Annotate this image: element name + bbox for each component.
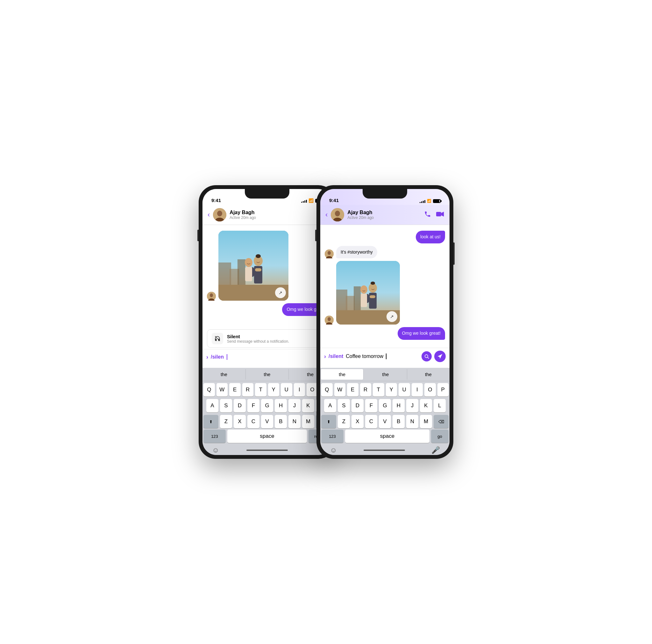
cursor-1 [227, 354, 227, 360]
input-bar-1: › /silen [202, 349, 332, 365]
key-h-2[interactable]: H [392, 399, 405, 412]
mic-icon-2[interactable]: 🎤 [431, 446, 440, 454]
home-indicator-2 [363, 450, 405, 451]
key-f-1[interactable]: F [247, 399, 260, 412]
key-e-1[interactable]: E [229, 383, 241, 396]
contact-info-2: Ajay Bagh Active 20m ago [347, 210, 421, 220]
back-button-1[interactable]: ‹ [208, 211, 210, 219]
silent-desc-1: Send message without a notification. [227, 339, 323, 344]
chat-header-1: ‹ Ajay Bagh Active 20m ago [202, 205, 332, 225]
key-k-1[interactable]: K [302, 399, 314, 412]
key-l-2[interactable]: L [434, 399, 446, 412]
key-x-1[interactable]: X [234, 415, 246, 428]
num-key-2[interactable]: 123 [321, 429, 344, 443]
key-v-2[interactable]: V [379, 415, 391, 428]
key-r-2[interactable]: R [360, 383, 372, 396]
key-k-2[interactable]: K [420, 399, 432, 412]
avatar-img-1 [213, 208, 226, 221]
svg-rect-38 [369, 293, 377, 309]
key-t-1[interactable]: T [255, 383, 267, 396]
phone-call-icon-2[interactable] [424, 211, 431, 219]
keyboard-suggestions-1: the the the [202, 368, 332, 381]
key-i-2[interactable]: I [412, 383, 423, 396]
key-c-1[interactable]: C [247, 415, 260, 428]
space-key-2[interactable]: space [345, 429, 430, 443]
contact-name-2: Ajay Bagh [347, 210, 421, 216]
go-key-2[interactable]: go [431, 429, 449, 443]
key-z-2[interactable]: Z [338, 415, 350, 428]
slash-cmd-2: /silent [329, 354, 343, 359]
key-n-1[interactable]: N [289, 415, 301, 428]
key-g-2[interactable]: G [379, 399, 391, 412]
shift-key-2[interactable]: ⬆ [321, 415, 336, 428]
key-u-1[interactable]: U [281, 383, 292, 396]
notch-1 [245, 189, 290, 199]
key-a-1[interactable]: A [206, 399, 218, 412]
key-row-2-1: Q W E R T Y U I O P [321, 383, 449, 396]
avatar-2 [331, 208, 344, 221]
send-button-2[interactable] [434, 351, 446, 362]
suggestion-1-1[interactable]: the [202, 369, 246, 380]
shift-key-1[interactable]: ⬆ [203, 415, 218, 428]
suggestion-1-2[interactable]: the [246, 369, 289, 380]
key-e-2[interactable]: E [347, 383, 358, 396]
key-g-1[interactable]: G [261, 399, 273, 412]
video-call-icon-2[interactable] [436, 211, 444, 219]
key-h-1[interactable]: H [275, 399, 287, 412]
backspace-key-2[interactable]: ⌫ [434, 415, 449, 428]
key-w-2[interactable]: W [334, 383, 346, 396]
back-button-2[interactable]: ‹ [325, 211, 328, 219]
svg-point-27 [328, 251, 331, 255]
key-q-2[interactable]: Q [321, 383, 333, 396]
key-n-2[interactable]: N [406, 415, 418, 428]
svg-point-30 [328, 317, 331, 321]
space-key-1[interactable]: space [227, 429, 307, 443]
key-z-1[interactable]: Z [220, 415, 232, 428]
key-m-1[interactable]: M [302, 415, 314, 428]
key-t-2[interactable]: T [373, 383, 384, 396]
cursor-2 [386, 354, 386, 359]
svg-point-11 [256, 254, 261, 258]
key-r-1[interactable]: R [242, 383, 254, 396]
key-v-1[interactable]: V [261, 415, 273, 428]
wifi-icon-2: 📶 [427, 199, 431, 203]
share-button-2[interactable]: ↗ [386, 311, 397, 322]
key-m-2[interactable]: M [420, 415, 432, 428]
key-s-2[interactable]: S [338, 399, 350, 412]
suggestion-2-3[interactable]: the [407, 369, 450, 380]
key-q-1[interactable]: Q [203, 383, 215, 396]
key-a-2[interactable]: A [324, 399, 336, 412]
svg-rect-33 [336, 289, 347, 313]
sent-top-bubble-2: look at us! [416, 231, 445, 244]
key-y-2[interactable]: Y [386, 383, 397, 396]
key-b-2[interactable]: B [392, 415, 405, 428]
search-button-2[interactable] [422, 351, 432, 361]
key-b-1[interactable]: B [275, 415, 287, 428]
key-i-1[interactable]: I [294, 383, 305, 396]
sent-top-row-2: look at us! [325, 231, 445, 244]
chat-header-2: ‹ Ajay Bagh Active 20m ago [320, 205, 450, 225]
sent-message-row-1: Omg we look grea [207, 303, 327, 316]
key-u-2[interactable]: U [399, 383, 410, 396]
num-key-1[interactable]: 123 [203, 429, 226, 443]
suggestion-2-1[interactable]: the [321, 369, 363, 380]
key-j-1[interactable]: J [289, 399, 301, 412]
key-s-1[interactable]: S [220, 399, 232, 412]
key-c-2[interactable]: C [365, 415, 377, 428]
key-p-2[interactable]: P [437, 383, 449, 396]
key-o-2[interactable]: O [424, 383, 436, 396]
silent-suggestion-1[interactable]: Silent Send message without a notificati… [207, 329, 327, 348]
key-d-1[interactable]: D [234, 399, 246, 412]
key-f-2[interactable]: F [365, 399, 377, 412]
status-icons-2: 📶 [419, 199, 441, 203]
emoji-icon-1[interactable]: ☺ [212, 446, 219, 454]
share-button-1[interactable]: ↗ [275, 287, 286, 298]
silent-icon-1 [212, 333, 223, 344]
emoji-icon-2[interactable]: ☺ [330, 446, 337, 454]
key-w-1[interactable]: W [216, 383, 228, 396]
key-y-1[interactable]: Y [268, 383, 279, 396]
key-x-2[interactable]: X [351, 415, 363, 428]
key-j-2[interactable]: J [406, 399, 418, 412]
key-d-2[interactable]: D [351, 399, 363, 412]
suggestion-2-2[interactable]: the [364, 369, 407, 380]
